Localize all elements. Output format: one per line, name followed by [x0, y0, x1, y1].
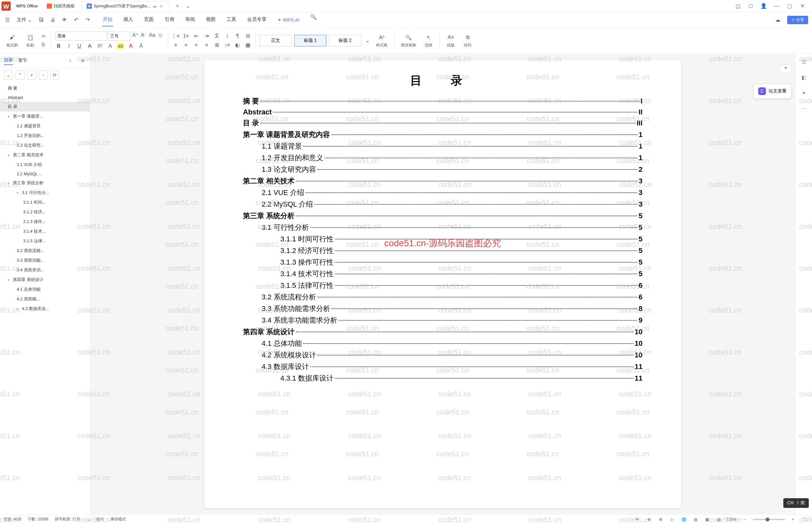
- zoom-slider[interactable]: [753, 519, 785, 520]
- outline-item[interactable]: 3.1.2 经济...: [0, 207, 90, 217]
- outline-item[interactable]: 3.1.1 时间...: [0, 198, 90, 207]
- outline-item[interactable]: 目 录: [0, 102, 90, 112]
- tab-reference[interactable]: 引用: [164, 13, 175, 27]
- view-mode-1-icon[interactable]: ▤: [692, 516, 699, 523]
- increase-indent-icon[interactable]: ⇥: [203, 33, 210, 39]
- style-heading1[interactable]: 标题 1: [294, 35, 327, 46]
- wps-ai-button[interactable]: ✦ WPS AI: [277, 13, 300, 27]
- style-more-icon[interactable]: ⌄: [364, 37, 371, 44]
- expand-icon[interactable]: ⌃: [15, 70, 24, 80]
- align-right-icon[interactable]: ≡: [193, 42, 200, 49]
- maximize-button[interactable]: ▢: [786, 3, 793, 9]
- paste-group[interactable]: 📋 粘贴: [23, 33, 37, 48]
- bold-icon[interactable]: B: [55, 43, 62, 50]
- share-button[interactable]: ↗ 分享: [787, 16, 808, 24]
- outline-item[interactable]: ▾第四章 系统设计: [0, 275, 90, 284]
- outline-item[interactable]: 4.2 系统模...: [0, 294, 90, 304]
- wand-icon[interactable]: ✦: [799, 88, 809, 98]
- copy-icon[interactable]: ⎘: [40, 41, 47, 48]
- chevron-down-icon[interactable]: ▾: [8, 278, 12, 282]
- arrange-group[interactable]: ⧉ 排列: [461, 33, 475, 48]
- file-menu[interactable]: 文件 ⌄: [15, 15, 33, 25]
- outline-item[interactable]: ▾第一章 课题背...: [0, 112, 90, 121]
- italic-icon[interactable]: I: [65, 43, 72, 50]
- cube-icon[interactable]: ⬡: [748, 3, 754, 9]
- decrease-font-icon[interactable]: A⁻: [140, 32, 147, 39]
- chevron-down-icon[interactable]: ▾: [17, 307, 21, 311]
- view-mode-2-icon[interactable]: ▦: [703, 516, 711, 523]
- app-logo[interactable]: W: [0, 0, 12, 12]
- chevron-down-icon[interactable]: ▾: [8, 181, 12, 185]
- collapse-icon[interactable]: ⌄: [4, 70, 13, 80]
- word-count[interactable]: 字数: 10586: [28, 517, 48, 522]
- plagiarism-check-button[interactable]: C 论文查重: [753, 84, 791, 99]
- spell-check-status[interactable]: 拼写检查: 打开: [55, 517, 80, 522]
- cloud-icon[interactable]: ☁: [774, 16, 781, 23]
- chevron-right-icon[interactable]: ›: [67, 57, 74, 64]
- sort-icon[interactable]: ↕: [223, 33, 231, 39]
- remove-icon[interactable]: −: [39, 70, 48, 80]
- document-viewport[interactable]: 目 录 摘 要IAbstractII目 录III第一章 课题背景及研究内容11.…: [90, 53, 795, 514]
- shading-icon[interactable]: ◐: [234, 42, 241, 49]
- outline-item[interactable]: 4.1 总体功能: [0, 284, 90, 294]
- clear-format-icon[interactable]: ◇: [157, 32, 164, 39]
- undo-icon[interactable]: ↶: [72, 16, 80, 23]
- highlight-icon[interactable]: ab: [117, 43, 124, 50]
- font-name-select[interactable]: [55, 32, 107, 40]
- font-size-select[interactable]: [108, 32, 131, 40]
- outline-item[interactable]: 3.2 系统流程...: [0, 246, 90, 256]
- style-heading2[interactable]: 标题 2: [329, 35, 361, 46]
- avatar-icon[interactable]: 👤: [760, 3, 767, 9]
- spell-dropdown-icon[interactable]: ⌄: [87, 517, 90, 522]
- close-icon[interactable]: ✕: [160, 4, 164, 9]
- tab-vip[interactable]: 会员专享: [247, 13, 267, 27]
- refresh-icon[interactable]: ⟳: [50, 70, 59, 80]
- superscript-icon[interactable]: X²: [96, 43, 103, 50]
- outline-item[interactable]: ▾3.1 可行性分...: [0, 188, 90, 198]
- compat-mode[interactable]: 兼容模式: [111, 517, 126, 522]
- align-left-icon[interactable]: ≡: [172, 42, 179, 49]
- border-icon[interactable]: ▦: [244, 42, 251, 49]
- tab-page[interactable]: 页面: [144, 13, 154, 27]
- chevron-down-icon[interactable]: ▾: [8, 153, 12, 157]
- sidebar-tab-chapter[interactable]: 章节: [18, 56, 27, 65]
- chevron-down-icon[interactable]: ▾: [8, 115, 12, 118]
- outline-item[interactable]: ▾第三章 系统分析: [0, 178, 90, 188]
- align-justify-icon[interactable]: ≡: [203, 42, 210, 49]
- align-center-icon[interactable]: ≡: [182, 42, 189, 49]
- tab-template[interactable]: 找稻壳模板: [42, 1, 80, 11]
- more-icon[interactable]: ⋯: [799, 103, 809, 113]
- fullscreen-icon[interactable]: ⛶: [801, 516, 808, 523]
- tab-document[interactable]: W SpringBoot375基于SpringBo... ☁ ✕: [81, 1, 169, 11]
- style-set-group[interactable]: Aᵇ 样式集: [374, 33, 390, 48]
- outline-item[interactable]: 3.3 系统功能...: [0, 256, 90, 265]
- outline-item[interactable]: 1.2 开发目的...: [0, 131, 90, 141]
- collapse-ribbon-button[interactable]: ⌃: [780, 64, 791, 73]
- page-indicator[interactable]: 页面: 4/29: [4, 517, 21, 522]
- minimize-button[interactable]: —: [773, 3, 780, 9]
- find-replace-group[interactable]: 🔍 查找替换: [398, 33, 419, 48]
- outline-item[interactable]: 1.1 课题背景: [0, 121, 90, 131]
- outline-item[interactable]: 3.1.3 操作...: [0, 217, 90, 227]
- tab-insert[interactable]: 插入: [123, 13, 134, 27]
- tab-review[interactable]: 审阅: [185, 13, 196, 27]
- save-icon[interactable]: 🖫: [38, 16, 45, 23]
- add-icon[interactable]: +: [27, 70, 36, 80]
- new-tab-button[interactable]: +: [173, 2, 181, 10]
- style-normal[interactable]: 正文: [260, 35, 292, 46]
- redo-icon[interactable]: ↷: [84, 16, 91, 23]
- tab-menu-button[interactable]: ⌄: [184, 2, 192, 10]
- phonetic-icon[interactable]: Ä: [137, 43, 145, 50]
- outline-item[interactable]: ▾第二章 相关技术: [0, 150, 90, 160]
- print-icon[interactable]: 🖨: [49, 16, 56, 23]
- format-painter-group[interactable]: 🖌 格式刷: [4, 33, 21, 48]
- number-list-icon[interactable]: 1≡: [182, 33, 189, 39]
- underline-icon[interactable]: U: [76, 43, 83, 50]
- outline-item[interactable]: 3.4 系统非功...: [0, 265, 90, 275]
- chevron-down-icon[interactable]: ▾: [17, 191, 21, 195]
- zoom-in-icon[interactable]: +: [790, 516, 797, 523]
- zoom-out-icon[interactable]: −: [741, 516, 748, 523]
- outline-item[interactable]: 3.1.4 技术...: [0, 227, 90, 236]
- increase-font-icon[interactable]: A⁺: [132, 32, 139, 39]
- font-color-icon[interactable]: A: [127, 43, 134, 50]
